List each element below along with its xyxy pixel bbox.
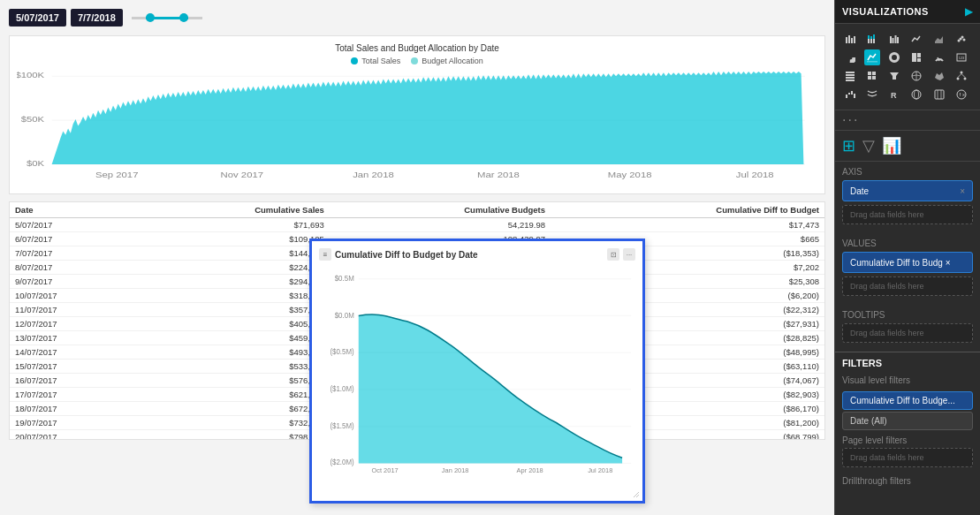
filter-cum-diff[interactable]: Cumulative Diff to Budge... bbox=[842, 391, 973, 410]
top-bar-chart: Total Sales and Budget Allocation by Dat… bbox=[9, 35, 825, 194]
overlay-chart-svg: $0.5M $0.0M ($0.5M) ($1.0M) ($1.5M) ($2.… bbox=[319, 264, 635, 476]
axis-section: Axis Date × Drag data fields here bbox=[835, 162, 980, 233]
visual-filters-label-row: Visual level filters bbox=[835, 374, 980, 390]
viz-icon-treemap[interactable] bbox=[908, 49, 924, 65]
axis-drag-area[interactable]: Drag data fields here bbox=[842, 205, 973, 224]
cell-0: 11/07/2017 bbox=[10, 303, 136, 317]
viz-icon-funnel[interactable] bbox=[886, 68, 902, 84]
date-range-slider[interactable] bbox=[132, 10, 202, 26]
svg-point-44 bbox=[962, 39, 965, 42]
start-date[interactable]: 5/07/2017 bbox=[9, 9, 66, 27]
svg-rect-36 bbox=[873, 34, 875, 39]
viz-icon-scatter[interactable] bbox=[953, 31, 969, 47]
axis-field-remove[interactable]: × bbox=[960, 186, 965, 196]
viz-icon-line-active[interactable] bbox=[864, 49, 880, 65]
viz-icon-map[interactable] bbox=[908, 68, 924, 84]
viz-icon-stacked-bar[interactable] bbox=[864, 31, 880, 47]
cell-0: 7/07/2017 bbox=[10, 246, 136, 261]
cell-1: $294,408 bbox=[136, 275, 329, 289]
svg-rect-61 bbox=[868, 76, 871, 80]
viz-icon-card[interactable]: 123 bbox=[953, 49, 969, 65]
cell-0: 16/07/2017 bbox=[10, 374, 136, 388]
cell-0: 12/07/2017 bbox=[10, 317, 136, 331]
viz-more-dots[interactable]: ··· bbox=[835, 110, 980, 131]
cell-1: $672,910 bbox=[136, 402, 329, 416]
viz-icon-r[interactable]: R bbox=[886, 87, 902, 102]
viz-panel-arrow[interactable]: ▶ bbox=[965, 5, 973, 18]
cell-1: $798,721 bbox=[136, 430, 329, 441]
values-drag-area[interactable]: Drag data fields here bbox=[842, 276, 973, 296]
bar-chart-svg: $100K $50K $0K /* bars generated inline … bbox=[17, 69, 817, 188]
col-header-cum-sales: Cumulative Sales bbox=[136, 202, 329, 218]
svg-text:x: x bbox=[962, 92, 965, 97]
svg-rect-28 bbox=[846, 37, 847, 43]
cell-1: $224,082 bbox=[136, 261, 329, 275]
svg-line-70 bbox=[961, 74, 965, 78]
svg-rect-35 bbox=[870, 39, 872, 43]
axis-label: Axis bbox=[842, 167, 973, 177]
cell-0: 18/07/2017 bbox=[10, 402, 136, 416]
svg-point-48 bbox=[891, 54, 899, 62]
viz-tab-analytics[interactable]: 📊 bbox=[882, 136, 901, 155]
svg-point-77 bbox=[915, 90, 919, 99]
viz-icon-filled-map[interactable] bbox=[931, 68, 947, 84]
values-field-box[interactable]: Cumulative Diff to Budg × bbox=[842, 252, 973, 273]
slider-handle-right[interactable] bbox=[179, 13, 188, 22]
svg-rect-71 bbox=[846, 95, 847, 98]
cell-0: 14/07/2017 bbox=[10, 345, 136, 360]
viz-icon-ribbon[interactable] bbox=[864, 87, 880, 102]
overlay-expand-icon[interactable]: ⊡ bbox=[607, 248, 619, 261]
slider-handle-left[interactable] bbox=[146, 13, 155, 22]
cell-3: $17,473 bbox=[551, 218, 824, 232]
filter-date[interactable]: Date (All) bbox=[842, 412, 973, 430]
tooltips-drag-area[interactable]: Drag data fields here bbox=[842, 323, 973, 343]
col-header-cum-budget: Cumulative Budgets bbox=[330, 202, 551, 218]
legend-label-budget: Budget Allocation bbox=[422, 57, 483, 65]
svg-text:Jul 2018: Jul 2018 bbox=[736, 170, 774, 178]
svg-text:May 2018: May 2018 bbox=[608, 170, 652, 178]
viz-icon-decomp[interactable] bbox=[953, 68, 969, 84]
overlay-more-icon[interactable]: ··· bbox=[623, 248, 635, 261]
axis-field-box[interactable]: Date × bbox=[842, 180, 973, 201]
viz-icon-line[interactable] bbox=[908, 31, 924, 47]
viz-icon-gauge[interactable] bbox=[931, 49, 947, 65]
cell-1: $533,310 bbox=[136, 360, 329, 374]
svg-text:123: 123 bbox=[958, 56, 964, 60]
viz-icon-globe[interactable] bbox=[908, 87, 924, 102]
viz-icon-waterfall[interactable] bbox=[842, 87, 858, 102]
legend-dot-budget bbox=[411, 57, 418, 64]
svg-text:$100K: $100K bbox=[17, 72, 45, 80]
page-filters-label: Page level filters bbox=[842, 435, 973, 445]
viz-tab-fields[interactable]: ⊞ bbox=[842, 136, 855, 155]
svg-text:$0.0M: $0.0M bbox=[335, 311, 354, 319]
svg-rect-39 bbox=[893, 38, 894, 43]
cell-1: $71,693 bbox=[136, 218, 329, 232]
viz-icon-extra2[interactable]: fx bbox=[953, 87, 969, 102]
top-chart-title: Total Sales and Budget Allocation by Dat… bbox=[17, 43, 817, 53]
viz-icon-table[interactable] bbox=[842, 68, 858, 84]
viz-icon-pie[interactable] bbox=[842, 49, 858, 65]
visual-filters-label: Visual level filters bbox=[842, 375, 973, 385]
svg-rect-59 bbox=[868, 72, 871, 75]
overlay-hamburger-icon[interactable]: ≡ bbox=[319, 248, 331, 261]
svg-text:Apr 2018: Apr 2018 bbox=[517, 466, 543, 474]
viz-icon-donut[interactable] bbox=[886, 49, 902, 65]
svg-text:Mar 2018: Mar 2018 bbox=[477, 170, 520, 178]
viz-icon-extra1[interactable] bbox=[931, 87, 947, 102]
viz-icon-matrix[interactable] bbox=[864, 68, 880, 84]
svg-rect-49 bbox=[912, 53, 916, 62]
viz-tab-filter[interactable]: ▽ bbox=[862, 136, 875, 155]
svg-point-46 bbox=[846, 53, 855, 62]
svg-text:($2.0M): ($2.0M) bbox=[330, 458, 354, 466]
page-drag-area[interactable]: Drag data fields here bbox=[842, 448, 973, 467]
svg-text:Jan 2018: Jan 2018 bbox=[353, 170, 394, 178]
viz-icon-area[interactable] bbox=[931, 31, 947, 47]
viz-icon-clustered[interactable] bbox=[886, 31, 902, 47]
end-date[interactable]: 7/7/2018 bbox=[71, 9, 123, 27]
viz-panel-header: VISUALIZATIONS ▶ bbox=[835, 0, 980, 24]
resize-handle[interactable] bbox=[632, 490, 641, 499]
viz-icons-grid: 123 bbox=[835, 24, 980, 110]
viz-icon-bar[interactable] bbox=[842, 31, 858, 47]
cell-2: 54,219.98 bbox=[330, 218, 551, 232]
chart-legend: Total Sales Budget Allocation bbox=[17, 57, 817, 65]
